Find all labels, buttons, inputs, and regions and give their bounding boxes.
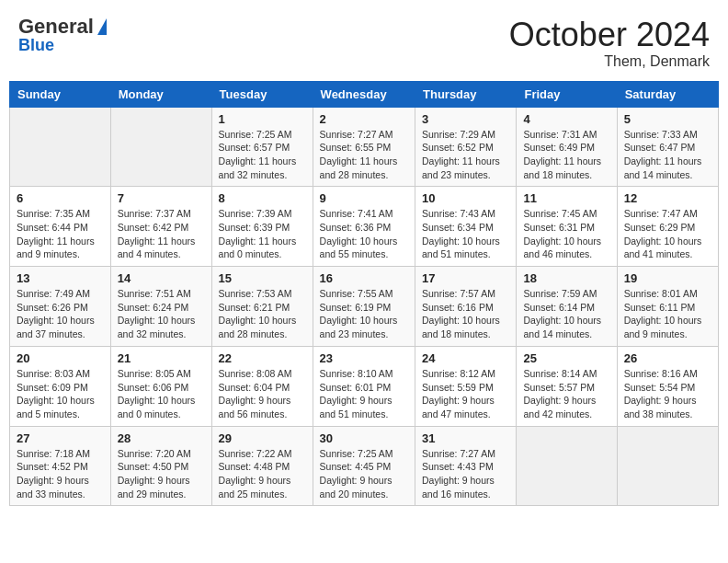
calendar-cell: 7Sunrise: 7:37 AMSunset: 6:42 PMDaylight… [110,187,211,267]
day-number: 27 [17,431,104,445]
day-number: 6 [17,191,104,205]
calendar-cell: 3Sunrise: 7:29 AMSunset: 6:52 PMDaylight… [415,107,517,187]
day-number: 14 [118,271,205,285]
calendar-cell: 24Sunrise: 8:12 AMSunset: 5:59 PMDayligh… [415,346,517,426]
day-info: Sunrise: 7:59 AMSunset: 6:14 PMDaylight:… [523,287,609,341]
day-info: Sunrise: 7:31 AMSunset: 6:49 PMDaylight:… [523,128,609,182]
calendar-week-1: 1Sunrise: 7:25 AMSunset: 6:57 PMDaylight… [10,107,719,187]
day-number: 18 [523,271,609,285]
day-number: 10 [422,191,509,205]
weekday-header-saturday: Saturday [617,81,718,107]
calendar-cell: 21Sunrise: 8:05 AMSunset: 6:06 PMDayligh… [110,346,211,426]
calendar-cell [617,426,718,506]
calendar-cell [517,426,617,506]
calendar-cell: 9Sunrise: 7:41 AMSunset: 6:36 PMDaylight… [313,187,415,267]
page-header: General Blue October 2024 Them, Denmark [9,9,719,74]
day-info: Sunrise: 7:51 AMSunset: 6:24 PMDaylight:… [118,287,205,341]
calendar-cell: 12Sunrise: 7:47 AMSunset: 6:29 PMDayligh… [617,187,718,267]
day-number: 17 [422,271,509,285]
calendar-cell: 11Sunrise: 7:45 AMSunset: 6:31 PMDayligh… [517,187,617,267]
calendar-cell: 22Sunrise: 8:08 AMSunset: 6:04 PMDayligh… [211,346,313,426]
day-info: Sunrise: 7:27 AMSunset: 6:55 PMDaylight:… [320,128,408,182]
day-info: Sunrise: 8:03 AMSunset: 6:09 PMDaylight:… [17,367,104,421]
day-number: 12 [624,191,711,205]
logo-triangle-icon [97,18,107,35]
day-number: 8 [219,191,306,205]
day-info: Sunrise: 7:27 AMSunset: 4:43 PMDaylight:… [422,447,509,501]
calendar-cell [10,107,111,187]
calendar-cell: 27Sunrise: 7:18 AMSunset: 4:52 PMDayligh… [10,426,111,506]
day-number: 16 [320,271,408,285]
day-info: Sunrise: 7:25 AMSunset: 4:45 PMDaylight:… [320,447,408,501]
day-number: 11 [523,191,609,205]
location: Them, Denmark [509,53,710,70]
logo-blue: Blue [18,37,54,53]
day-number: 26 [624,351,711,365]
calendar-cell: 14Sunrise: 7:51 AMSunset: 6:24 PMDayligh… [110,267,211,347]
month-title: October 2024 Them, Denmark [509,17,710,70]
day-info: Sunrise: 7:35 AMSunset: 6:44 PMDaylight:… [17,207,104,261]
day-number: 9 [320,191,408,205]
calendar-cell: 29Sunrise: 7:22 AMSunset: 4:48 PMDayligh… [211,426,313,506]
calendar-cell: 20Sunrise: 8:03 AMSunset: 6:09 PMDayligh… [10,346,111,426]
calendar-cell: 13Sunrise: 7:49 AMSunset: 6:26 PMDayligh… [10,267,111,347]
calendar-cell: 19Sunrise: 8:01 AMSunset: 6:11 PMDayligh… [617,267,718,347]
calendar-cell: 25Sunrise: 8:14 AMSunset: 5:57 PMDayligh… [517,346,617,426]
calendar-cell: 2Sunrise: 7:27 AMSunset: 6:55 PMDaylight… [313,107,415,187]
day-info: Sunrise: 7:43 AMSunset: 6:34 PMDaylight:… [422,207,509,261]
day-number: 15 [219,271,306,285]
weekday-header-sunday: Sunday [10,81,111,107]
calendar-cell: 17Sunrise: 7:57 AMSunset: 6:16 PMDayligh… [415,267,517,347]
day-info: Sunrise: 7:39 AMSunset: 6:39 PMDaylight:… [219,207,306,261]
weekday-header-wednesday: Wednesday [313,81,415,107]
day-number: 21 [118,351,205,365]
day-info: Sunrise: 7:45 AMSunset: 6:31 PMDaylight:… [523,207,609,261]
day-info: Sunrise: 7:47 AMSunset: 6:29 PMDaylight:… [624,207,711,261]
day-number: 23 [320,351,408,365]
day-number: 20 [17,351,104,365]
day-info: Sunrise: 7:18 AMSunset: 4:52 PMDaylight:… [17,447,104,501]
month-year: October 2024 [509,17,710,53]
calendar-cell: 15Sunrise: 7:53 AMSunset: 6:21 PMDayligh… [211,267,313,347]
day-info: Sunrise: 7:53 AMSunset: 6:21 PMDaylight:… [219,287,306,341]
day-number: 22 [219,351,306,365]
calendar-cell [110,107,211,187]
day-number: 30 [320,431,408,445]
weekday-header-thursday: Thursday [415,81,517,107]
day-number: 3 [422,112,509,126]
day-info: Sunrise: 7:20 AMSunset: 4:50 PMDaylight:… [118,447,205,501]
calendar-cell: 31Sunrise: 7:27 AMSunset: 4:43 PMDayligh… [415,426,517,506]
day-number: 31 [422,431,509,445]
calendar-cell: 28Sunrise: 7:20 AMSunset: 4:50 PMDayligh… [110,426,211,506]
day-info: Sunrise: 7:57 AMSunset: 6:16 PMDaylight:… [422,287,509,341]
day-info: Sunrise: 7:33 AMSunset: 6:47 PMDaylight:… [624,128,711,182]
day-number: 5 [624,112,711,126]
weekday-header-tuesday: Tuesday [211,81,313,107]
calendar-cell: 10Sunrise: 7:43 AMSunset: 6:34 PMDayligh… [415,187,517,267]
day-info: Sunrise: 8:14 AMSunset: 5:57 PMDaylight:… [523,367,609,421]
day-info: Sunrise: 8:05 AMSunset: 6:06 PMDaylight:… [118,367,205,421]
day-info: Sunrise: 7:55 AMSunset: 6:19 PMDaylight:… [320,287,408,341]
calendar-cell: 8Sunrise: 7:39 AMSunset: 6:39 PMDaylight… [211,187,313,267]
day-info: Sunrise: 8:10 AMSunset: 6:01 PMDaylight:… [320,367,408,421]
day-number: 25 [523,351,609,365]
calendar-cell: 18Sunrise: 7:59 AMSunset: 6:14 PMDayligh… [517,267,617,347]
logo-general: General [18,15,94,38]
calendar-week-4: 20Sunrise: 8:03 AMSunset: 6:09 PMDayligh… [10,346,719,426]
calendar-cell: 6Sunrise: 7:35 AMSunset: 6:44 PMDaylight… [10,187,111,267]
calendar-cell: 4Sunrise: 7:31 AMSunset: 6:49 PMDaylight… [517,107,617,187]
day-number: 24 [422,351,509,365]
calendar-header-row: SundayMondayTuesdayWednesdayThursdayFrid… [10,81,719,107]
day-info: Sunrise: 8:16 AMSunset: 5:54 PMDaylight:… [624,367,711,421]
day-info: Sunrise: 8:01 AMSunset: 6:11 PMDaylight:… [624,287,711,341]
day-number: 19 [624,271,711,285]
calendar-week-2: 6Sunrise: 7:35 AMSunset: 6:44 PMDaylight… [10,187,719,267]
weekday-header-monday: Monday [110,81,211,107]
calendar-cell: 26Sunrise: 8:16 AMSunset: 5:54 PMDayligh… [617,346,718,426]
day-info: Sunrise: 7:49 AMSunset: 6:26 PMDaylight:… [17,287,104,341]
calendar-week-5: 27Sunrise: 7:18 AMSunset: 4:52 PMDayligh… [10,426,719,506]
day-info: Sunrise: 7:29 AMSunset: 6:52 PMDaylight:… [422,128,509,182]
day-info: Sunrise: 7:41 AMSunset: 6:36 PMDaylight:… [320,207,408,261]
day-info: Sunrise: 7:37 AMSunset: 6:42 PMDaylight:… [118,207,205,261]
day-number: 29 [219,431,306,445]
